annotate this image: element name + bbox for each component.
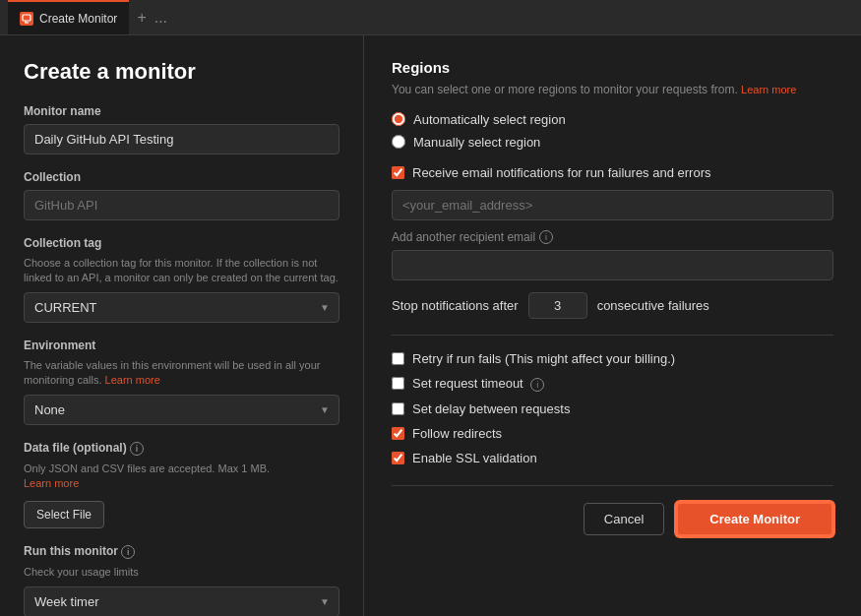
monitor-name-input[interactable] [24,124,339,154]
collection-tag-group: Collection tag Choose a collection tag f… [24,236,339,323]
right-panel: Regions You can select one or more regio… [364,35,861,616]
collection-label: Collection [24,170,339,184]
collection-tag-label: Collection tag [24,236,339,250]
cancel-button[interactable]: Cancel [584,503,664,535]
email-notifications-checkbox[interactable] [392,166,404,179]
environment-label: Environment [24,339,339,352]
environment-learn-more-link[interactable]: Learn more [105,374,160,386]
consecutive-suffix: consecutive failures [597,298,709,313]
auto-region-radio[interactable] [392,112,405,126]
run-monitor-label: Run this monitor i [24,544,339,559]
divider [392,335,833,336]
monitor-tab-icon [20,12,33,26]
run-monitor-info-icon: i [121,545,135,559]
tab-bar: Create Monitor + ... [0,0,861,35]
left-panel: Create a monitor Monitor name Collection… [0,35,364,616]
email-input-wrapper: Add another recipient email i [392,190,833,280]
timer-select[interactable]: Week timer [24,586,339,616]
environment-select-wrapper: None ▼ [24,395,339,425]
data-file-learn-more-link[interactable]: Learn more [24,477,79,489]
timeout-label: Set request timeout i [412,376,544,392]
data-file-group: Data file (optional) i Only JSON and CSV… [24,441,339,529]
main-content: Create a monitor Monitor name Collection… [0,35,861,616]
manual-region-label: Manually select region [413,135,540,150]
email-notifications-label: Receive email notifications for run fail… [412,165,710,180]
add-tab-icon[interactable]: + [137,9,146,27]
create-monitor-button[interactable]: Create Monitor [676,502,833,536]
ssl-checkbox[interactable] [392,452,404,464]
svg-rect-0 [23,15,31,21]
regions-group: Regions You can select one or more regio… [392,59,833,150]
monitor-name-label: Monitor name [24,104,339,118]
select-file-button[interactable]: Select File [24,501,104,528]
footer-actions: Cancel Create Monitor [392,485,833,536]
stop-notifications-label: Stop notifications after [392,298,519,313]
retry-label: Retry if run fails (This might affect yo… [412,351,675,366]
email-input[interactable] [392,190,833,220]
redirects-checkbox[interactable] [392,427,404,440]
delay-label: Set delay between requests [412,401,570,416]
auto-region-label: Automatically select region [413,112,566,127]
manual-region-radio[interactable] [392,135,405,149]
redirects-checkbox-item[interactable]: Follow redirects [392,426,833,441]
data-file-info-icon: i [130,442,144,456]
ssl-checkbox-item[interactable]: Enable SSL validation [392,451,833,465]
more-tabs-icon[interactable]: ... [154,9,167,27]
delay-checkbox-item[interactable]: Set delay between requests [392,401,833,416]
timer-select-wrapper: Week timer ▼ [24,586,339,616]
redirects-label: Follow redirects [412,426,502,441]
auto-region-radio-item[interactable]: Automatically select region [392,112,833,127]
retry-checkbox[interactable] [392,352,404,365]
collection-tag-select-wrapper: CURRENT ▼ [24,292,339,323]
consecutive-row: Stop notifications after consecutive fai… [392,292,833,319]
run-monitor-group: Run this monitor i Check your usage limi… [24,544,339,616]
data-file-label: Data file (optional) i [24,441,339,456]
collection-tag-select[interactable]: CURRENT [24,292,339,323]
environment-desc: The variable values in this environment … [24,358,339,389]
tab-label: Create Monitor [39,12,117,26]
environment-select[interactable]: None [24,395,339,425]
delay-checkbox[interactable] [392,402,404,415]
collection-group: Collection [24,170,339,220]
collection-tag-desc: Choose a collection tag for this monitor… [24,256,339,286]
timeout-checkbox-item[interactable]: Set request timeout i [392,376,833,392]
regions-desc: You can select one or more regions to mo… [392,82,833,98]
data-file-desc: Only JSON and CSV files are accepted. Ma… [24,462,339,492]
timeout-checkbox[interactable] [392,377,404,390]
tab-actions[interactable]: + ... [137,9,167,27]
add-recipient-input[interactable] [392,250,833,280]
recipient-info-icon: i [539,230,553,244]
retry-checkbox-item[interactable]: Retry if run fails (This might affect yo… [392,351,833,366]
email-notifications-checkbox-item[interactable]: Receive email notifications for run fail… [392,165,833,180]
regions-radio-group: Automatically select region Manually sel… [392,112,833,150]
collection-input[interactable] [24,190,339,220]
create-monitor-tab[interactable]: Create Monitor [8,0,129,34]
monitor-name-group: Monitor name [24,104,339,154]
ssl-label: Enable SSL validation [412,451,537,465]
consecutive-input[interactable] [528,292,587,319]
add-recipient-label: Add another recipient email i [392,230,833,244]
regions-title: Regions [392,59,833,76]
regions-learn-more-link[interactable]: Learn more [741,84,796,95]
run-monitor-desc: Check your usage limits [24,565,339,580]
manual-region-radio-item[interactable]: Manually select region [392,135,833,150]
environment-group: Environment The variable values in this … [24,339,339,425]
timeout-info-icon: i [530,378,544,392]
page-title: Create a monitor [24,59,339,85]
